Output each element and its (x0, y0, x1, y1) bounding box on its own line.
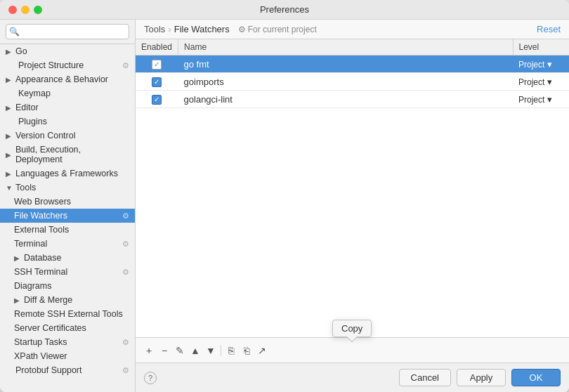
breadcrumb-parent: Tools (144, 24, 165, 34)
panel-header: Tools › File Watchers For current projec… (136, 20, 569, 39)
table-row[interactable]: goimports Project ▾ (136, 73, 569, 91)
move-up-button[interactable]: ▲ (188, 343, 203, 358)
move-down-button[interactable]: ▼ (203, 343, 218, 358)
watchers-table: Enabled Name Level go fmt Projec (136, 39, 569, 108)
reset-button[interactable]: Reset (537, 24, 561, 34)
toolbar: Copy + − ✎ ▲ ▼ ⎘ ⎗ ↗ (136, 337, 569, 362)
sidebar-item-plugins[interactable]: Plugins (0, 115, 135, 129)
minimize-button[interactable] (21, 6, 30, 14)
sidebar-item-label: Appearance & Behavior (15, 74, 108, 84)
arrow-icon: ▶ (14, 254, 21, 262)
sidebar-item-remote-ssh[interactable]: Remote SSH External Tools (0, 307, 135, 321)
sidebar-item-label: Project Structure (18, 60, 84, 70)
sidebar-item-startup-tasks[interactable]: Startup Tasks ⚙ (0, 335, 135, 349)
arrow-icon: ▶ (6, 170, 13, 178)
for-project-label: For current project (238, 25, 317, 34)
row-level: Project ▾ (513, 73, 569, 91)
cancel-button[interactable]: Cancel (399, 369, 451, 386)
window-title: Preferences (260, 4, 309, 15)
table-body: go fmt Project ▾ goimports (136, 55, 569, 108)
arrow-icon: ▶ (6, 48, 13, 55)
sidebar-item-diagrams[interactable]: Diagrams (0, 279, 135, 293)
sidebar-item-server-certs[interactable]: Server Certificates (0, 321, 135, 335)
sidebar-item-label: File Watchers (14, 211, 67, 221)
settings-icon: ⚙ (122, 338, 129, 347)
sidebar-item-database[interactable]: ▶ Database (0, 251, 135, 265)
sidebar-item-ssh-terminal[interactable]: SSH Terminal ⚙ (0, 265, 135, 279)
sidebar-item-editor[interactable]: ▶ Editor (0, 100, 135, 115)
sidebar-item-appearance-behavior[interactable]: ▶ Appearance & Behavior (0, 72, 135, 86)
remove-button[interactable]: − (157, 343, 172, 358)
sidebar-item-file-watchers[interactable]: File Watchers ⚙ (0, 209, 135, 223)
sidebar-item-go[interactable]: ▶ Go (0, 44, 135, 58)
maximize-button[interactable] (34, 6, 42, 14)
settings-icon: ⚙ (122, 366, 129, 375)
row-name: go fmt (178, 55, 513, 73)
titlebar: Preferences (0, 0, 569, 20)
help-button[interactable]: ? (144, 372, 157, 384)
apply-button[interactable]: Apply (457, 369, 506, 386)
breadcrumb-separator: › (168, 24, 171, 34)
sidebar-item-terminal[interactable]: Terminal ⚙ (0, 237, 135, 251)
header-row: Enabled Name Level (136, 39, 569, 55)
right-panel: Tools › File Watchers For current projec… (136, 20, 569, 392)
traffic-lights (8, 6, 42, 14)
table-header: Enabled Name Level (136, 39, 569, 55)
enabled-checkbox[interactable] (152, 60, 162, 70)
enabled-checkbox[interactable] (152, 95, 162, 105)
sidebar-item-build-exec-deploy[interactable]: ▶ Build, Execution, Deployment (0, 143, 135, 166)
sidebar-item-label: XPath Viewer (14, 351, 67, 361)
sidebar-item-label: Server Certificates (14, 323, 86, 333)
edit-button[interactable]: ✎ (172, 343, 188, 358)
arrow-icon: ▶ (6, 132, 13, 140)
row-enabled (136, 73, 178, 91)
sidebar-item-protobuf-support[interactable]: Protobuf Support ⚙ (0, 363, 135, 377)
sidebar-item-label: Remote SSH External Tools (14, 309, 123, 319)
level-dropdown-icon[interactable]: ▾ (547, 77, 552, 87)
sidebar-item-label: Build, Execution, Deployment (15, 145, 129, 164)
level-dropdown-icon[interactable]: ▾ (547, 59, 552, 70)
sidebar-item-label: Diagrams (14, 281, 52, 291)
sidebar-item-languages-frameworks[interactable]: ▶ Languages & Frameworks (0, 166, 135, 181)
table-row[interactable]: golangci-lint Project ▾ (136, 91, 569, 108)
sidebar-item-label: Editor (15, 103, 39, 112)
search-input[interactable] (6, 24, 129, 39)
preferences-window: Preferences 🔍 ▶ Go Project Structure ⚙ (0, 0, 569, 392)
sidebar-item-external-tools[interactable]: External Tools (0, 223, 135, 237)
sidebar-item-project-structure[interactable]: Project Structure ⚙ (0, 58, 135, 72)
sidebar-item-web-browsers[interactable]: Web Browsers (0, 195, 135, 209)
table-row[interactable]: go fmt Project ▾ (136, 55, 569, 73)
sidebar-item-label: Web Browsers (14, 197, 71, 207)
copy-button[interactable]: ⎘ (223, 343, 239, 358)
close-button[interactable] (8, 6, 17, 14)
enabled-checkbox[interactable] (152, 77, 162, 87)
sidebar-item-version-control[interactable]: ▶ Version Control (0, 129, 135, 143)
breadcrumb-current: File Watchers (174, 24, 230, 34)
sidebar-item-label: Languages & Frameworks (15, 169, 118, 178)
sidebar-item-diff-merge[interactable]: ▶ Diff & Merge (0, 293, 135, 307)
sidebar-item-keymap[interactable]: Keymap (0, 86, 135, 100)
search-wrapper: 🔍 (6, 24, 129, 39)
sidebar-item-label: Plugins (18, 117, 47, 126)
sidebar-item-label: Go (15, 46, 27, 56)
row-enabled (136, 55, 178, 73)
chart-button[interactable]: ⎗ (239, 343, 254, 358)
level-value: Project (518, 95, 544, 105)
row-level: Project ▾ (513, 55, 569, 73)
level-dropdown-icon[interactable]: ▾ (547, 94, 552, 105)
arrow-icon: ▶ (14, 296, 21, 304)
arrow-icon: ▶ (6, 104, 13, 112)
settings-icon: ⚙ (122, 61, 129, 70)
sidebar-item-label: Version Control (15, 131, 75, 141)
sidebar-item-label: SSH Terminal (14, 267, 67, 277)
sidebar-item-xpath-viewer[interactable]: XPath Viewer (0, 349, 135, 363)
sidebar-item-tools[interactable]: ▼ Tools (0, 181, 135, 195)
sidebar-item-label: Startup Tasks (14, 337, 67, 347)
export-button[interactable]: ↗ (254, 343, 270, 358)
copy-popup[interactable]: Copy (332, 320, 372, 337)
col-enabled: Enabled (136, 39, 178, 55)
ok-button[interactable]: OK (511, 369, 561, 386)
row-name: golangci-lint (178, 91, 513, 108)
sidebar-item-label: Database (24, 253, 62, 263)
add-button[interactable]: + (141, 343, 157, 358)
